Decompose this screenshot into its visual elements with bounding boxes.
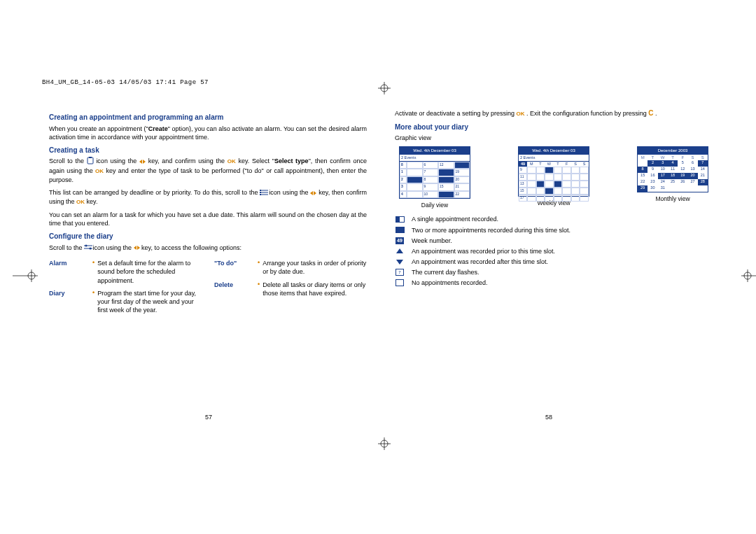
legend-single: A single appointment recorded. [395, 215, 713, 223]
legend-after: An appointment was recorded after this t… [395, 258, 713, 266]
monthly-view: December 2003 MTWTFSS 2345678 9101112131… [637, 146, 708, 209]
svg-rect-18 [260, 192, 261, 193]
heading-task: Creating a task [49, 146, 367, 155]
svg-rect-19 [260, 194, 261, 195]
left-right-key-icon [134, 246, 140, 250]
half-box-icon [396, 216, 405, 223]
week-number-icon: 49 [396, 237, 404, 244]
option-todo: "To do" •Arrange your tasks in order of … [214, 259, 367, 277]
heading-more-diary: More about your diary [395, 122, 713, 132]
para-task-1: Scroll to the icon using the key, and co… [49, 157, 367, 184]
view-thumbnails: Wed. 4th December 03 2 Events 861218 171… [395, 146, 713, 209]
triangle-up-icon [396, 248, 403, 253]
options-table: Alarm •Set a default time for the alarm … [49, 256, 367, 316]
ok-key: OK [517, 111, 525, 117]
content-columns: Creating an appointment and programming … [49, 108, 713, 316]
heading-appointment: Creating an appointment and programming … [49, 113, 367, 122]
option-delete: Delete •Delete all tasks or diary items … [214, 281, 367, 299]
legend-multi: Two or more appointments recorded during… [395, 226, 713, 234]
registration-mark-top [378, 82, 391, 94]
c-key: C [648, 109, 653, 117]
option-alarm: Alarm •Set a default time for the alarm … [49, 259, 202, 286]
page-number-left: 57 [205, 413, 212, 421]
legend-week: 49Week number. [395, 237, 713, 245]
heading-configure: Configure the diary [49, 232, 367, 241]
svg-point-23 [90, 248, 92, 250]
empty-box-icon [396, 279, 404, 286]
left-right-key-icon [310, 191, 316, 195]
full-box-icon [396, 227, 405, 233]
para-configure: Scroll to the icon using the key, to acc… [49, 244, 367, 253]
para-task-2: This list can be arranged by deadline or… [49, 188, 367, 206]
legend-before: An appointment was recorded prior to thi… [395, 247, 713, 255]
left-column: Creating an appointment and programming … [49, 108, 367, 316]
ok-key: OK [227, 159, 236, 165]
list-icon [260, 189, 267, 197]
svg-rect-17 [260, 190, 261, 191]
registration-mark-bottom [378, 437, 391, 450]
graphic-view-label: Graphic view [395, 134, 713, 142]
clipboard-icon [87, 157, 94, 167]
registration-mark-left [13, 269, 38, 282]
file-header: BH4_UM_GB_14-05-03 14/05/03 17:41 Page 5… [42, 78, 209, 87]
ok-key: OK [95, 168, 104, 174]
left-right-key-icon [139, 160, 146, 164]
para-appointment: When you create an appointment ("Create"… [49, 125, 367, 141]
flash-day-icon: 7 [396, 269, 404, 276]
page: BH4_UM_GB_14-05-03 14/05/03 17:41 Page 5… [0, 0, 756, 534]
option-diary: Diary •Program the start time for your d… [49, 289, 202, 316]
right-column: Activate or deactivate a setting by pres… [395, 108, 713, 316]
settings-icon [84, 244, 91, 252]
legend: A single appointment recorded. Two or mo… [395, 215, 713, 287]
para-activate: Activate or deactivate a setting by pres… [395, 108, 713, 118]
svg-point-22 [85, 245, 88, 247]
daily-view: Wed. 4th December 03 2 Events 861218 171… [399, 146, 470, 209]
para-task-3: You can set an alarm for a task for whic… [49, 211, 367, 227]
svg-rect-13 [89, 157, 92, 158]
legend-none: No appointments recorded. [395, 279, 713, 287]
legend-flash: 7The current day flashes. [395, 268, 713, 276]
registration-mark-right [741, 269, 756, 282]
ok-key: OK [76, 199, 85, 205]
triangle-down-icon [396, 260, 403, 265]
svg-rect-12 [88, 157, 93, 164]
weekly-view: Wed. 4th December 03 2 Events 49MTWTFSS … [518, 146, 589, 209]
page-number-right: 58 [545, 413, 552, 421]
